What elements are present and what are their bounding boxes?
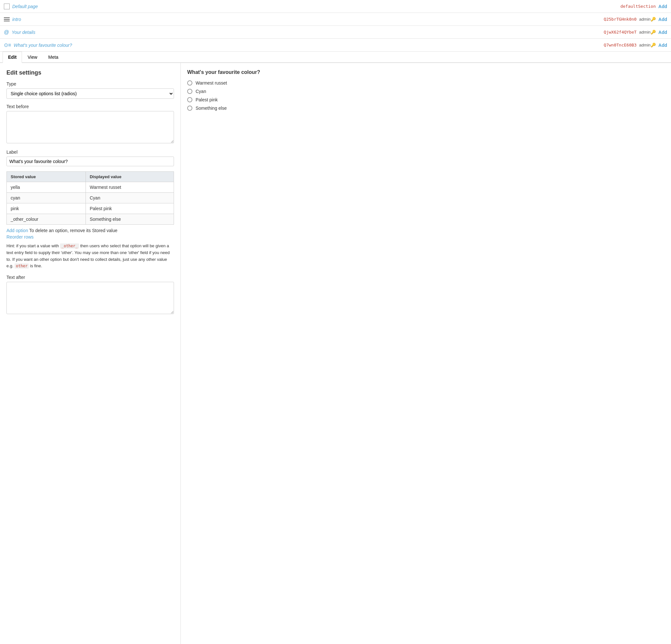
nav-row-default-page: Default page defaultSection Add [0,0,671,13]
favourite-colour-link[interactable]: What's your favourite colour? [14,42,72,48]
options-table: Stored value Displayed value yella Warme… [7,172,174,225]
type-select[interactable]: Single choice options list (radios) Mult… [7,88,174,99]
your-details-id: QjwX62f4QYbeT [604,30,637,35]
main-layout: Edit settings Type Single choice options… [0,63,671,644]
text-after-input[interactable] [7,282,174,314]
stored-value-cell: cyan [7,193,86,203]
add-button-3[interactable]: Add [658,30,667,35]
left-panel: Edit settings Type Single choice options… [0,63,181,644]
edit-settings-title: Edit settings [7,70,174,76]
hint-text-part1: Hint: if you start a value with [7,243,60,248]
your-details-admin-badge: admin🔑 [639,30,656,35]
stored-value-cell: yella [7,182,86,193]
intro-link[interactable]: intro [12,17,21,22]
preview-option-label: Something else [195,105,227,111]
table-row: yella Warmest russet [7,182,174,193]
label-input[interactable] [7,156,174,166]
radio-lines-icon: ⊙≡ [4,42,11,48]
radio-icon [187,105,192,111]
preview-option-label: Warmest russet [195,80,227,86]
tab-edit[interactable]: Edit [3,52,22,63]
hint-text-part3: is fine. [29,263,42,268]
right-panel: What's your favourite colour? Warmest ru… [181,63,671,644]
preview-option-item: Cyan [187,89,664,94]
favourite-colour-id: Q7wn0TncE60B3 [604,42,637,48]
hint-code2: other [14,263,29,268]
nav-row-left-2: intro [4,17,21,22]
tab-view[interactable]: View [22,52,42,62]
checkbox-icon [4,3,10,9]
table-row: _other_colour Something else [7,214,174,225]
displayed-value-cell: Palest pink [86,203,174,214]
stored-value-cell: pink [7,203,86,214]
preview-question: What's your favourite colour? [187,70,664,75]
nav-row-right-3: QjwX62f4QYbeT admin🔑 Add [604,30,667,35]
preview-option-item: Something else [187,105,664,111]
add-button-1[interactable]: Add [658,4,667,9]
label-label: Label [7,150,174,155]
your-details-link[interactable]: Your details [12,30,35,35]
add-option-link[interactable]: Add option [7,228,28,233]
preview-option-label: Cyan [195,89,206,94]
nav-row-right-1: defaultSection Add [620,4,667,9]
preview-option-label: Palest pink [195,97,217,102]
tab-meta[interactable]: Meta [43,52,64,62]
favourite-colour-admin-badge: admin🔑 [639,42,656,48]
nav-row-your-details: @ Your details QjwX62f4QYbeT admin🔑 Add [0,26,671,39]
nav-row-intro: intro Q25brTGHnk0n0 admin🔑 Add [0,13,671,26]
intro-admin-badge: admin🔑 [639,17,656,22]
intro-id: Q25brTGHnk0n0 [604,17,637,22]
hint-code1: _other_ [60,243,79,249]
type-label: Type [7,81,174,87]
col-header-displayed: Displayed value [86,172,174,182]
displayed-value-cell: Cyan [86,193,174,203]
nav-row-left-3: @ Your details [4,29,35,35]
radio-icon [187,89,192,94]
tabs-container: Edit View Meta [0,52,671,63]
displayed-value-cell: Something else [86,214,174,225]
default-section-id: defaultSection [620,4,656,9]
add-option-row: Add option To delete an option, remove i… [7,228,174,233]
nav-row-right-2: Q25brTGHnk0n0 admin🔑 Add [604,17,667,22]
text-before-label: Text before [7,104,174,109]
table-row: pink Palest pink [7,203,174,214]
default-page-link[interactable]: Default page [12,4,38,9]
hint-text: Hint: if you start a value with _other_ … [7,243,174,269]
add-option-suffix: To delete an option, remove its Stored v… [29,228,117,233]
nav-row-right-4: Q7wn0TncE60B3 admin🔑 Add [604,42,667,48]
radio-icon [187,97,192,102]
preview-options: Warmest russetCyanPalest pinkSomething e… [187,80,664,111]
hamburger-icon [4,17,10,21]
at-icon: @ [4,29,9,35]
text-before-input[interactable] [7,111,174,143]
text-after-label: Text after [7,275,174,280]
nav-row-left-1: Default page [4,3,38,9]
preview-option-item: Warmest russet [187,80,664,86]
radio-icon [187,80,192,86]
add-button-4[interactable]: Add [658,42,667,48]
preview-option-item: Palest pink [187,97,664,102]
displayed-value-cell: Warmest russet [86,182,174,193]
reorder-rows-link[interactable]: Reorder rows [7,235,174,240]
table-row: cyan Cyan [7,193,174,203]
nav-row-left-4: ⊙≡ What's your favourite colour? [4,42,72,48]
add-button-2[interactable]: Add [658,17,667,22]
stored-value-cell: _other_colour [7,214,86,225]
nav-row-favourite-colour: ⊙≡ What's your favourite colour? Q7wn0Tn… [0,39,671,52]
col-header-stored: Stored value [7,172,86,182]
